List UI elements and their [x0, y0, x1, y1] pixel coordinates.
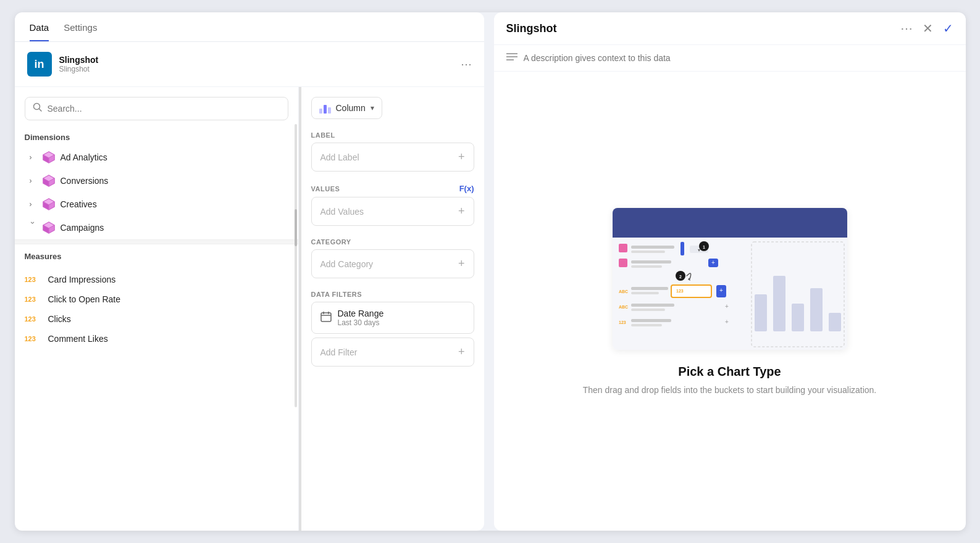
tree-item-campaigns[interactable]: › Campaigns	[15, 216, 298, 239]
plus-icon-label: +	[458, 151, 465, 164]
svg-rect-60	[792, 304, 804, 331]
add-label-text: Add Label	[320, 152, 359, 162]
svg-rect-37	[631, 265, 662, 268]
add-filter-text: Add Filter	[320, 347, 358, 357]
search-box[interactable]	[25, 97, 288, 120]
filter-chip-title: Date Range	[338, 309, 384, 318]
svg-text:123: 123	[619, 320, 626, 325]
tree-label-campaigns: Campaigns	[61, 223, 104, 233]
fx-button[interactable]: F(x)	[459, 184, 474, 193]
right-panel: ⋯ ✕ ✓	[494, 12, 966, 531]
measure-item-clicks[interactable]: 123 Clicks	[15, 309, 298, 329]
measure-item-click-to-open[interactable]: 123 Click to Open Rate	[15, 289, 298, 309]
more-icon[interactable]: ⋯	[461, 57, 472, 71]
filter-chip-sub: Last 30 days	[338, 318, 384, 327]
tree-label-conversions: Conversions	[61, 176, 109, 186]
svg-text:+: +	[719, 287, 723, 294]
svg-rect-58	[755, 294, 767, 331]
svg-rect-35	[619, 259, 627, 267]
datasource-info: Slingshot Slingshot	[59, 55, 461, 73]
plus-icon-filter: +	[458, 346, 465, 359]
check-icon[interactable]: ✓	[943, 21, 953, 36]
category-section-header: CATEGORY	[311, 238, 474, 246]
svg-text:2: 2	[679, 275, 682, 279]
svg-rect-52	[631, 309, 665, 311]
chart-type-selector[interactable]: Column ▾	[311, 97, 382, 119]
chevron-icon-campaigns: ›	[25, 222, 37, 234]
description-input[interactable]	[524, 53, 953, 63]
values-section-title: VALUES	[311, 185, 340, 193]
tree-item-creatives[interactable]: › Creatives	[15, 193, 298, 216]
close-icon[interactable]: ✕	[923, 21, 933, 36]
svg-rect-55	[631, 319, 671, 322]
filters-section-header: DATA FILTERS	[311, 291, 474, 298]
search-input[interactable]	[48, 104, 280, 114]
svg-rect-45	[631, 292, 659, 294]
category-section: CATEGORY Add Category +	[311, 238, 474, 278]
measure-label-1: Click to Open Rate	[48, 294, 121, 304]
tree-item-ad-analytics[interactable]: › Ad Analytics	[15, 146, 298, 169]
badge-123-2: 123	[25, 315, 42, 323]
content-area: Dimensions › Ad Analytics	[15, 87, 484, 531]
svg-text:+: +	[725, 318, 729, 325]
badge-123-3: 123	[25, 335, 42, 342]
svg-rect-28	[631, 246, 674, 249]
values-section-header: VALUES F(x)	[311, 184, 474, 193]
datasource-sub: Slingshot	[59, 65, 461, 73]
add-values-box[interactable]: Add Values +	[311, 197, 474, 226]
plus-icon-values: +	[458, 205, 465, 218]
measure-item-comment-likes[interactable]: 123 Comment Likes	[15, 329, 298, 349]
label-section-title: LABEL	[311, 131, 335, 139]
pick-chart-title: Pick a Chart Type	[678, 365, 781, 379]
measures-label: Measures	[15, 244, 298, 265]
svg-rect-56	[631, 324, 662, 326]
chevron-icon-conversions: ›	[25, 175, 37, 187]
tab-data[interactable]: Data	[30, 22, 49, 41]
left-panel: Data Settings in Slingshot Slingshot ⋯	[15, 12, 484, 531]
chevron-icon-ad-analytics: ›	[25, 151, 37, 164]
chart-type-label: Column	[336, 103, 366, 113]
svg-rect-27	[619, 244, 627, 252]
svg-rect-30	[681, 242, 684, 255]
list-scrollbar[interactable]	[295, 124, 297, 407]
svg-rect-62	[829, 313, 841, 331]
cube-icon-campaigns	[42, 221, 56, 234]
svg-rect-59	[773, 276, 785, 331]
svg-text:+: +	[725, 303, 729, 310]
section-divider	[15, 239, 298, 244]
data-filters-section: DATA FILTERS Date Range	[311, 291, 474, 367]
right-description	[494, 45, 966, 72]
add-category-box[interactable]: Add Category +	[311, 249, 474, 278]
more-options-icon[interactable]: ⋯	[900, 21, 913, 36]
calendar-icon	[320, 311, 332, 325]
list-panel: Dimensions › Ad Analytics	[15, 87, 299, 531]
tab-settings[interactable]: Settings	[64, 22, 97, 41]
tree-label-creatives: Creatives	[61, 199, 97, 209]
visualization-title[interactable]	[506, 22, 893, 35]
chart-preview-area: ▾ 1 + 2	[494, 72, 966, 531]
svg-text:ABC: ABC	[619, 305, 628, 309]
svg-text:+: +	[711, 259, 715, 266]
tree-item-conversions[interactable]: › Conversions	[15, 169, 298, 193]
svg-text:123: 123	[676, 289, 684, 293]
linkedin-icon: in	[27, 52, 52, 77]
label-section: LABEL Add Label +	[311, 131, 474, 172]
dimensions-list: Dimensions › Ad Analytics	[15, 125, 298, 531]
right-header: ⋯ ✕ ✓	[494, 12, 966, 45]
measure-label-2: Clicks	[48, 314, 71, 324]
svg-rect-29	[631, 251, 665, 253]
badge-123-1: 123	[25, 296, 42, 303]
cube-icon-conversions	[42, 174, 56, 188]
datasource-name: Slingshot	[59, 55, 461, 65]
svg-rect-61	[810, 288, 823, 331]
date-range-filter[interactable]: Date Range Last 30 days	[311, 302, 474, 334]
chevron-icon-creatives: ›	[25, 198, 37, 210]
category-section-title: CATEGORY	[311, 238, 351, 246]
list-scrollbar-thumb	[295, 209, 297, 246]
svg-rect-51	[631, 304, 674, 307]
add-label-box[interactable]: Add Label +	[311, 143, 474, 172]
cube-icon-ad-analytics	[42, 151, 56, 164]
label-section-header: LABEL	[311, 131, 474, 139]
add-filter-box[interactable]: Add Filter +	[311, 338, 474, 367]
measure-item-card-impressions[interactable]: 123 Card Impressions	[15, 270, 298, 289]
